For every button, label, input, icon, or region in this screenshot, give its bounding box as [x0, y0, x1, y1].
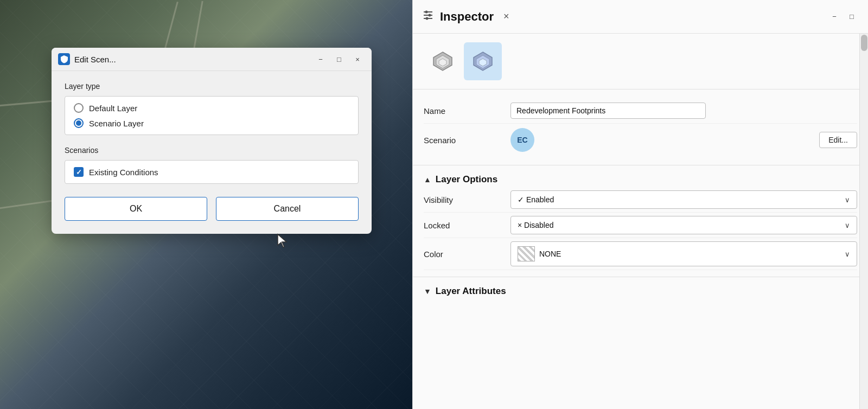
inspector-sliders-icon — [422, 9, 435, 24]
visibility-label: Visibility — [424, 195, 510, 204]
inspector-minimize-button[interactable]: − — [827, 11, 842, 23]
layer-attributes-title: Layer Attributes — [436, 286, 506, 297]
svg-point-4 — [425, 11, 428, 14]
color-value: NONE — [539, 250, 845, 258]
color-dropdown-icon: ∨ — [845, 250, 850, 258]
scrollbar-thumb — [861, 35, 867, 51]
dialog-buttons: OK Cancel — [65, 197, 359, 221]
app-icon — [58, 53, 70, 65]
icon-tabs — [413, 34, 868, 90]
name-field[interactable]: Redevelopment Footprints — [510, 103, 706, 119]
name-row: Name Redevelopment Footprints — [424, 98, 857, 124]
visibility-value: ✓ Enabled — [518, 195, 845, 204]
svg-point-5 — [429, 14, 431, 17]
scenario-edit-button[interactable]: Edit... — [819, 132, 857, 148]
layer-attributes-body — [413, 299, 868, 308]
name-value-container: Redevelopment Footprints — [510, 103, 857, 119]
radio-scenario-circle — [74, 118, 84, 128]
color-row: Color NONE ∨ — [424, 238, 857, 270]
color-label: Color — [424, 250, 510, 259]
checkbox-existing-conditions[interactable]: Existing Conditions — [74, 167, 349, 177]
icon-tab-layer[interactable] — [424, 42, 462, 80]
radio-scenario-layer[interactable]: Scenario Layer — [74, 118, 349, 128]
props-grid: Name Redevelopment Footprints Scenario E… — [413, 90, 868, 165]
dialog-minimize-button[interactable]: − — [313, 53, 328, 65]
locked-dropdown-icon: ∨ — [845, 221, 850, 229]
layer-options-title: Layer Options — [436, 174, 497, 185]
layer-type-section: Default Layer Scenario Layer — [65, 96, 359, 135]
scenario-label: Scenario — [424, 136, 510, 145]
inspector-title-left: Inspector × — [422, 9, 827, 24]
layer-options-header[interactable]: ▲ Layer Options — [413, 165, 868, 187]
inspector-panel: Inspector × − □ — [412, 0, 868, 409]
dialog-maximize-button[interactable]: □ — [331, 53, 347, 65]
locked-select[interactable]: × Disabled ∨ — [510, 216, 857, 234]
inspector-maximize-button[interactable]: □ — [844, 11, 859, 23]
visibility-dropdown-icon: ∨ — [845, 196, 850, 204]
scenario-row-inner: EC Edit... — [510, 128, 857, 152]
color-select[interactable]: NONE ∨ — [510, 241, 857, 266]
dialog-controls: − □ × — [313, 53, 365, 65]
name-label: Name — [424, 106, 510, 116]
inspector-title-text: Inspector — [440, 10, 494, 24]
dialog-close-button[interactable]: × — [350, 53, 365, 65]
scenarios-label: Scenarios — [65, 146, 359, 155]
layer-attributes-chevron-icon: ▼ — [424, 287, 431, 296]
radio-default-label: Default Layer — [89, 104, 137, 113]
dialog-title: Edit Scen... — [74, 55, 309, 64]
scenario-row: Scenario EC Edit... — [424, 124, 857, 156]
checkbox-existing-box — [74, 167, 84, 177]
color-swatch — [518, 246, 535, 261]
radio-default-circle — [74, 103, 84, 113]
visibility-row: Visibility ✓ Enabled ∨ — [424, 187, 857, 213]
inspector-content: Name Redevelopment Footprints Scenario E… — [413, 34, 868, 409]
checkbox-group-scenarios: Existing Conditions — [74, 167, 349, 177]
scrollbar[interactable] — [859, 34, 868, 409]
locked-value: × Disabled — [518, 221, 845, 229]
scenarios-section: Existing Conditions — [65, 160, 359, 184]
inspector-close-button[interactable]: × — [499, 9, 514, 24]
radio-default-layer[interactable]: Default Layer — [74, 103, 349, 113]
radio-scenario-label: Scenario Layer — [89, 119, 144, 128]
scenario-badge: EC — [510, 128, 534, 152]
checkbox-existing-label: Existing Conditions — [89, 168, 158, 177]
layer-options-body: Visibility ✓ Enabled ∨ Locked × Disabled… — [413, 187, 868, 277]
cancel-button[interactable]: Cancel — [216, 197, 359, 221]
radio-group-layer-type: Default Layer Scenario Layer — [74, 103, 349, 128]
locked-label: Locked — [424, 221, 510, 230]
locked-row: Locked × Disabled ∨ — [424, 213, 857, 238]
scenario-value-container: EC Edit... — [510, 128, 857, 152]
layer-attributes-header[interactable]: ▼ Layer Attributes — [413, 277, 868, 299]
layer-options-chevron-icon: ▲ — [424, 175, 431, 184]
layer-type-label: Layer type — [65, 82, 359, 91]
icon-tab-scene[interactable] — [464, 42, 502, 80]
dialog-body: Layer type Default Layer Scenario Layer … — [52, 71, 372, 234]
dialog-titlebar: Edit Scen... − □ × — [52, 48, 372, 71]
edit-scene-dialog: Edit Scen... − □ × Layer type Default La… — [52, 48, 372, 234]
visibility-select[interactable]: ✓ Enabled ∨ — [510, 190, 857, 209]
ok-button[interactable]: OK — [65, 197, 207, 221]
svg-point-6 — [426, 17, 429, 20]
inspector-titlebar: Inspector × − □ — [413, 0, 868, 34]
inspector-window-controls: − □ — [827, 11, 859, 23]
